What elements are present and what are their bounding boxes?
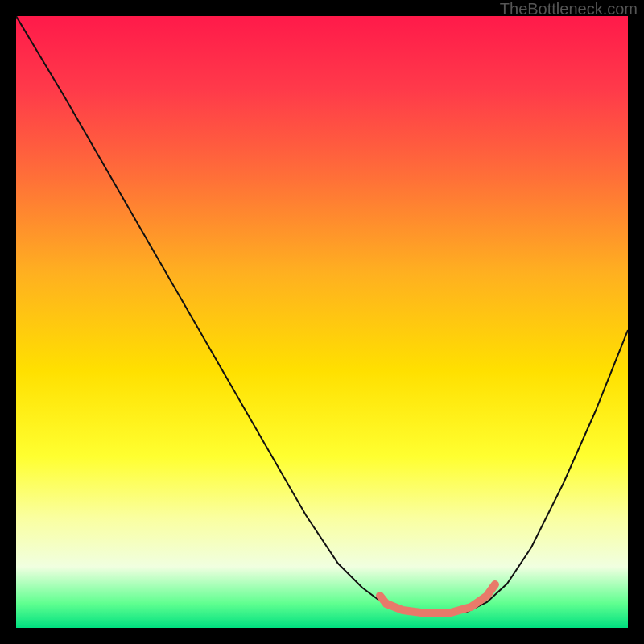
optimal-range-marker [380, 584, 495, 613]
watermark-text: TheBottleneck.com [500, 0, 638, 19]
curve-path [16, 16, 628, 615]
bottleneck-curve [16, 16, 628, 628]
chart-plot-area [16, 16, 628, 628]
